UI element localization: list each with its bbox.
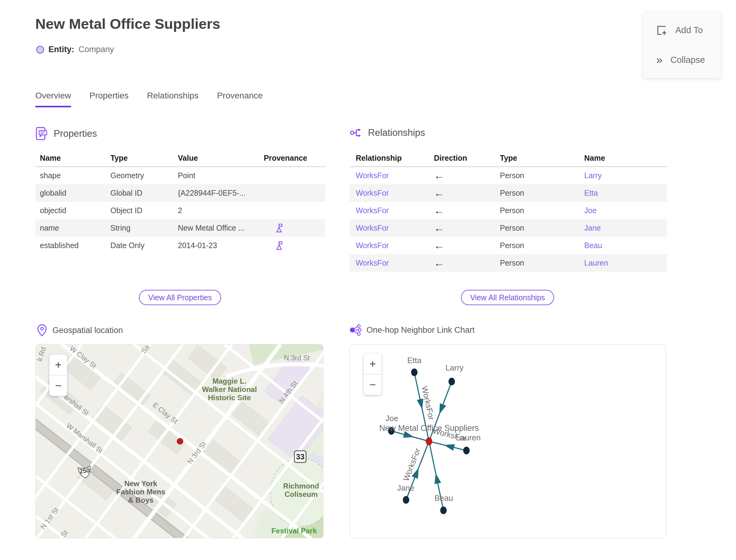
property-value: New Metal Office ... — [178, 224, 264, 232]
node-beau[interactable] — [440, 507, 447, 514]
relationship-link[interactable]: WorksFor — [356, 241, 389, 250]
property-name: objectid — [35, 206, 110, 215]
property-provenance-cell — [264, 223, 325, 233]
chart-zoom-in-button[interactable]: + — [364, 354, 381, 374]
property-value: 2 — [178, 206, 264, 215]
column-header: Name — [35, 154, 110, 163]
entity-label: Entity: — [48, 45, 74, 54]
collapse-label: Collapse — [670, 55, 705, 65]
column-header: Type — [500, 154, 584, 163]
direction-arrow: ← — [434, 240, 444, 251]
page-title: New Metal Office Suppliers — [35, 15, 220, 32]
node-label: Larry — [445, 363, 463, 372]
relationship-link[interactable]: WorksFor — [356, 224, 389, 232]
map-canvas[interactable]: 25033k RdW Clay StSaarshall StW Marshall… — [36, 344, 324, 538]
relationship-row: WorksFor←PersonJoe — [350, 202, 667, 219]
property-provenance-cell — [264, 240, 325, 251]
add-to-label: Add To — [675, 25, 703, 35]
map-zoom-out-button[interactable]: − — [49, 375, 67, 396]
chart-zoom-out-button[interactable]: − — [364, 374, 381, 395]
entity-type-icon — [36, 46, 44, 54]
direction-arrow: ← — [434, 222, 444, 234]
node-label: Lauren — [456, 433, 481, 442]
relationship-link[interactable]: WorksFor — [356, 259, 389, 267]
relationship-row: WorksFor←PersonLauren — [350, 254, 667, 272]
add-to-button[interactable]: Add To — [656, 25, 721, 36]
property-value: 2014-01-23 — [178, 241, 264, 250]
provenance-flag-icon[interactable] — [274, 223, 284, 233]
node-jane[interactable] — [403, 496, 409, 504]
svg-text:250: 250 — [79, 467, 90, 475]
center-node-label: New Metal Office Suppliers — [379, 424, 479, 433]
geospatial-section-header: Geospatial location — [36, 324, 123, 337]
link-chart-canvas[interactable]: WorksForWorksForWorksForEttaLarryJoeJane… — [350, 344, 666, 538]
map-zoom-control: + − — [49, 355, 67, 396]
properties-table: Name Type Value Provenance shapeGeometry… — [35, 150, 325, 254]
related-entity-link[interactable]: Lauren — [584, 259, 608, 267]
relationship-type: Person — [500, 206, 584, 215]
direction-arrow: ← — [434, 187, 444, 199]
relationship-link[interactable]: WorksFor — [356, 189, 389, 197]
column-header: Value — [178, 154, 264, 163]
link-chart-section-title: One-hop Neighbor Link Chart — [366, 325, 475, 335]
tab-provenance[interactable]: Provenance — [217, 91, 263, 107]
node-larry[interactable] — [449, 378, 455, 385]
relationship-link[interactable]: WorksFor — [356, 171, 389, 180]
property-name: shape — [35, 171, 110, 180]
collapse-icon: » — [656, 55, 662, 66]
entity-type-row: Entity: Company — [36, 45, 114, 54]
relationship-type: Person — [500, 224, 584, 232]
svg-text:33: 33 — [296, 452, 305, 461]
provenance-flag-icon[interactable] — [274, 240, 284, 251]
related-entity-link[interactable]: Beau — [584, 241, 602, 250]
property-type: String — [110, 224, 178, 232]
property-row: objectidObject ID2 — [35, 202, 325, 219]
node-center[interactable] — [426, 437, 432, 445]
column-header: Type — [110, 154, 178, 163]
view-all-properties-button[interactable]: View All Properties — [139, 290, 221, 305]
map-panel[interactable]: 25033k RdW Clay StSaarshall StW Marshall… — [35, 344, 324, 538]
property-row: shapeGeometryPoint — [35, 167, 325, 184]
related-entity-link[interactable]: Etta — [584, 189, 598, 197]
map-pin-icon — [36, 324, 48, 337]
collapse-button[interactable]: » Collapse — [656, 55, 721, 66]
relationship-type: Person — [500, 171, 584, 180]
relationships-table-body: WorksFor←PersonLarryWorksFor←PersonEttaW… — [350, 167, 667, 272]
relationships-icon — [350, 126, 362, 139]
relationship-row: WorksFor←PersonEtta — [350, 184, 667, 202]
property-type: Global ID — [110, 189, 178, 198]
property-value: Point — [178, 171, 264, 180]
node-etta[interactable] — [411, 369, 418, 376]
relationship-type: Person — [500, 189, 584, 198]
tab-overview[interactable]: Overview — [35, 91, 71, 107]
map-zoom-in-button[interactable]: + — [49, 355, 67, 375]
related-entity-link[interactable]: Larry — [584, 171, 602, 180]
node-lauren[interactable] — [463, 447, 470, 455]
geospatial-section-title: Geospatial location — [52, 326, 123, 335]
column-header: Relationship — [350, 154, 434, 163]
property-name: established — [35, 241, 110, 250]
relationships-table: Relationship Direction Type Name WorksFo… — [350, 150, 667, 272]
relationships-section-title: Relationships — [368, 127, 425, 138]
one-hop-network-icon — [350, 324, 362, 336]
relationship-link[interactable]: WorksFor — [356, 206, 389, 215]
property-name: name — [35, 224, 110, 232]
edge-label: WorksFor — [401, 447, 422, 482]
entity-type-value: Company — [79, 45, 114, 54]
related-entity-link[interactable]: Jane — [584, 224, 601, 232]
street-label: N 3rd St — [284, 354, 310, 362]
related-entity-link[interactable]: Joe — [584, 206, 596, 215]
edge-arrowhead — [432, 473, 441, 484]
tab-properties[interactable]: Properties — [90, 91, 129, 107]
poi-label: RichmondColiseum — [283, 482, 319, 498]
actions-card: Add To » Collapse — [643, 12, 721, 78]
view-all-relationships-button[interactable]: View All Relationships — [461, 290, 554, 305]
tab-relationships[interactable]: Relationships — [147, 91, 198, 107]
map-marker[interactable] — [177, 438, 183, 444]
property-name: globalid — [35, 189, 110, 198]
direction-arrow: ← — [434, 170, 444, 181]
link-chart-panel[interactable]: WorksForWorksForWorksForEttaLarryJoeJane… — [350, 344, 666, 538]
property-row: nameStringNew Metal Office ... — [35, 219, 325, 237]
node-label: Beau — [435, 493, 453, 503]
edge-arrowhead — [436, 403, 446, 416]
